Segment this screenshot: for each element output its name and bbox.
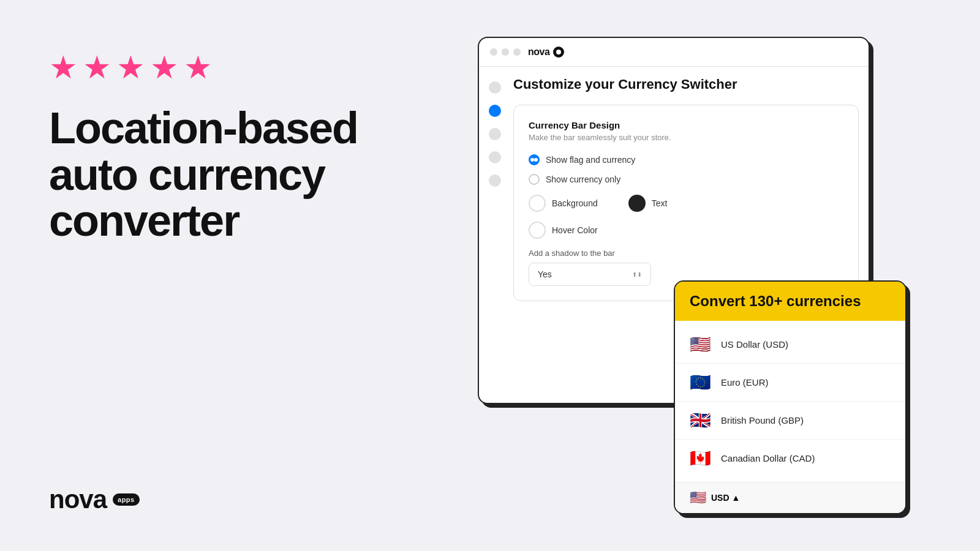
currency-name-cad: Canadian Dollar (CAD) (721, 453, 815, 463)
currency-item-gbp[interactable]: 🇬🇧 British Pound (GBP) (675, 402, 905, 440)
card-title: Currency Bar Design (529, 120, 843, 130)
radio-group: Show flag and currency Show currency onl… (529, 154, 843, 185)
currency-item-eur[interactable]: 🇪🇺 Euro (EUR) (675, 364, 905, 402)
radio-flag-currency-label: Show flag and currency (546, 155, 635, 165)
nova-text: nova (49, 485, 107, 514)
main-heading: Location-based auto currency converter (49, 105, 392, 244)
traffic-light-green (513, 48, 521, 56)
flag-eur: 🇪🇺 (690, 372, 711, 392)
currency-list: 🇺🇸 US Dollar (USD) 🇪🇺 Euro (EUR) 🇬🇧 Brit… (675, 321, 905, 482)
footer-currency-text: USD ▲ (711, 493, 740, 503)
traffic-lights (490, 48, 521, 56)
left-section: ★ ★ ★ ★ ★ Location-based auto currency c… (49, 49, 392, 244)
traffic-light-red (490, 48, 497, 56)
brand-name: nova (528, 47, 549, 58)
background-swatch (529, 195, 546, 212)
traffic-light-yellow (502, 48, 509, 56)
flag-cad: 🇨🇦 (690, 448, 711, 468)
select-arrows-icon: ⬆⬇ (632, 271, 642, 278)
radio-currency-only[interactable]: Show currency only (529, 174, 843, 185)
currency-item-cad[interactable]: 🇨🇦 Canadian Dollar (CAD) (675, 440, 905, 477)
star-3: ★ (116, 49, 145, 86)
sidebar-dot-4 (489, 151, 501, 163)
color-options-row: Background Text (529, 195, 843, 212)
right-section: nova Customize your Currency Switcher Cu… (478, 37, 907, 514)
hover-swatch (529, 222, 546, 239)
flag-usd: 🇺🇸 (690, 334, 711, 354)
currency-name-gbp: British Pound (GBP) (721, 415, 804, 425)
star-2: ★ (83, 49, 111, 86)
sidebar-dot-2 (489, 105, 501, 117)
sidebar-dot-1 (489, 81, 501, 94)
page-title: Customize your Currency Switcher (513, 77, 859, 92)
browser-brand: nova (528, 47, 564, 58)
footer-flag-icon: 🇺🇸 (690, 490, 706, 506)
stars-row: ★ ★ ★ ★ ★ (49, 49, 392, 86)
background-color-option[interactable]: Background (529, 195, 598, 212)
currency-panel-title: Convert 130+ currencies (690, 293, 891, 310)
text-color-option[interactable]: Text (628, 195, 668, 212)
star-4: ★ (150, 49, 179, 86)
hover-color-item[interactable]: Hover Color (529, 222, 843, 239)
shadow-label: Add a shadow to the bar (529, 249, 843, 258)
card-subtitle: Make the bar seamlessly suit your store. (529, 133, 843, 142)
text-swatch (628, 195, 646, 212)
radio-flag-currency-indicator (529, 154, 540, 165)
flag-gbp: 🇬🇧 (690, 410, 711, 430)
currency-item-usd[interactable]: 🇺🇸 US Dollar (USD) (675, 326, 905, 364)
star-5: ★ (184, 49, 213, 86)
sidebar-dot-3 (489, 128, 501, 140)
shadow-value: Yes (538, 269, 552, 279)
brand-dot (553, 47, 564, 58)
text-label: Text (652, 198, 668, 208)
hover-color-label: Hover Color (552, 225, 598, 235)
currency-panel: Convert 130+ currencies 🇺🇸 US Dollar (US… (674, 280, 907, 514)
radio-currency-only-indicator (529, 174, 540, 185)
brand-dot-inner (556, 50, 561, 54)
sidebar-dot-5 (489, 174, 501, 187)
background-label: Background (552, 198, 598, 208)
radio-flag-currency[interactable]: Show flag and currency (529, 154, 843, 165)
shadow-select[interactable]: Yes ⬆⬇ (529, 263, 651, 286)
radio-currency-only-label: Show currency only (546, 174, 620, 184)
settings-card: Currency Bar Design Make the bar seamles… (513, 105, 859, 301)
currency-panel-header: Convert 130+ currencies (675, 282, 905, 321)
star-1: ★ (49, 49, 78, 86)
nova-logo-bottom: nova apps (49, 485, 140, 514)
currency-name-eur: Euro (EUR) (721, 377, 769, 388)
currency-name-usd: US Dollar (USD) (721, 339, 788, 350)
currency-footer[interactable]: 🇺🇸 USD ▲ (675, 482, 905, 513)
nova-badge: apps (113, 493, 140, 506)
browser-titlebar: nova (479, 38, 869, 67)
